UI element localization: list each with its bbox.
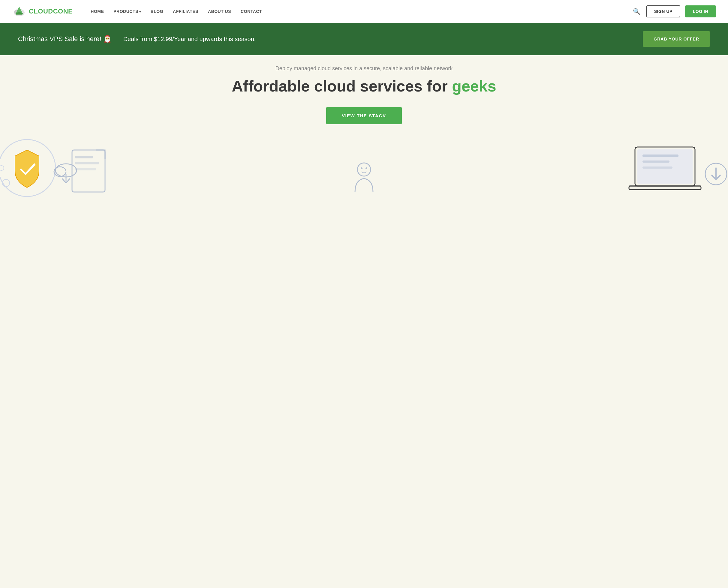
promo-sub-text: Deals from $12.99/Year and upwards this … [123, 36, 631, 43]
download-illustration [704, 162, 728, 187]
hero-section: Deploy managed cloud services in a secur… [0, 55, 728, 211]
nav-products[interactable]: PRODUCTS [113, 9, 141, 14]
nav-affiliates[interactable]: AFFILIATES [173, 9, 199, 14]
svg-rect-20 [643, 154, 679, 157]
search-button[interactable]: 🔍 [632, 6, 642, 16]
svg-rect-21 [643, 161, 669, 163]
svg-rect-13 [75, 162, 99, 164]
login-button[interactable]: LOG IN [685, 5, 716, 17]
document-illustration [66, 144, 114, 199]
hero-subtitle: Deploy managed cloud services in a secur… [275, 65, 453, 72]
logo-text: CLOUDCONE [29, 7, 72, 15]
nav-contact[interactable]: CONTACT [241, 9, 262, 14]
grab-offer-button[interactable]: GRAB YOUR OFFER [643, 31, 710, 47]
hero-title: Affordable cloud services for geeks [232, 77, 496, 95]
nav-about-us[interactable]: ABOUT US [208, 9, 231, 14]
logo-link[interactable]: CLOUDCONE [12, 4, 72, 19]
center-illustration [343, 156, 385, 199]
hero-illustrations [0, 133, 728, 199]
nav-links: HOME PRODUCTS BLOG AFFILIATES ABOUT US C… [91, 9, 631, 14]
promo-banner: Christmas VPS Sale is here! 🎅 Deals from… [0, 23, 728, 55]
navbar: CLOUDCONE HOME PRODUCTS BLOG AFFILIATES … [0, 0, 728, 23]
search-icon: 🔍 [633, 8, 640, 15]
nav-right: 🔍 SIGN UP LOG IN [632, 5, 716, 17]
nav-blog[interactable]: BLOG [151, 9, 163, 14]
svg-point-5 [2, 180, 9, 187]
svg-point-3 [16, 12, 23, 15]
svg-point-6 [0, 166, 4, 170]
view-stack-button[interactable]: VIEW THE STACK [326, 107, 402, 124]
laptop-illustration [626, 144, 710, 199]
svg-rect-23 [629, 186, 701, 190]
svg-point-17 [366, 167, 367, 169]
svg-rect-22 [643, 167, 672, 169]
logo-icon [12, 4, 26, 19]
svg-rect-14 [75, 168, 96, 170]
svg-point-16 [361, 167, 362, 169]
svg-point-15 [357, 163, 371, 176]
signup-button[interactable]: SIGN UP [646, 5, 680, 17]
nav-home[interactable]: HOME [91, 9, 104, 14]
promo-main-text: Christmas VPS Sale is here! 🎅 [18, 35, 111, 43]
svg-rect-12 [75, 156, 93, 159]
